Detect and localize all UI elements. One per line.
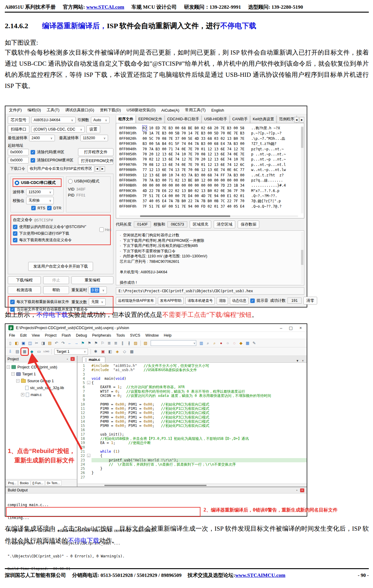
toolbar-icon[interactable]: ⚐ bbox=[100, 340, 106, 346]
toolbar-icon[interactable]: → bbox=[73, 340, 79, 346]
tab-scroll-left-icon[interactable]: ◀ bbox=[95, 166, 100, 172]
min-baud-select[interactable]: 2400∨ bbox=[29, 135, 55, 141]
help-button[interactable]: 帮助 bbox=[43, 286, 69, 294]
menu-item[interactable]: Peripherals bbox=[92, 333, 111, 338]
build-toolbar-icon[interactable]: ◧ bbox=[107, 349, 113, 355]
toolbar-icon[interactable]: ✂ bbox=[34, 340, 40, 346]
menu-item[interactable]: File bbox=[9, 333, 15, 338]
custom-cmd-input[interactable]: @STCISP# bbox=[34, 218, 53, 222]
usb-hid-mode-radio[interactable] bbox=[68, 179, 73, 184]
reload-target-checkbox[interactable]: ✓ bbox=[10, 300, 15, 304]
toolbar-icon[interactable]: ◫ bbox=[27, 340, 33, 346]
open-eeprom-button[interactable]: 打开EEPROM文件 bbox=[78, 157, 113, 165]
scan-port-button[interactable]: 扫描串口 bbox=[8, 125, 29, 133]
close-panel-icon[interactable]: × bbox=[300, 488, 304, 492]
toolbar-icon[interactable]: ◧ bbox=[14, 340, 20, 346]
chip-model-select[interactable]: AI8051U-34K64∨ bbox=[31, 117, 76, 123]
build-toolbar-icon[interactable]: ◈ bbox=[114, 349, 120, 355]
eeprom-addr-input[interactable]: 0x0000 bbox=[8, 157, 29, 164]
hex-vscrollbar[interactable] bbox=[301, 126, 303, 213]
menu-item[interactable]: 文件(F) bbox=[9, 107, 22, 113]
rts-checkbox[interactable]: ✓ bbox=[31, 206, 36, 210]
menu-item[interactable]: AiCube(A) bbox=[161, 108, 179, 112]
pin-icon[interactable]: ▪ bbox=[65, 357, 69, 361]
panel-tab[interactable]: Books bbox=[18, 480, 30, 486]
chip-model-button[interactable]: 芯片型号 bbox=[8, 116, 29, 124]
menu-item[interactable]: 编程(O) bbox=[28, 107, 41, 113]
settings-button[interactable]: 设置 bbox=[86, 125, 100, 133]
collapse-icon[interactable]: − bbox=[7, 365, 10, 369]
build-toolbar-icon[interactable]: ◇ bbox=[122, 349, 128, 355]
hid-next-checkbox[interactable]: ✓ bbox=[13, 231, 17, 236]
toolbar-icon[interactable]: ▣ bbox=[20, 340, 26, 346]
usb-cdc-mode-radio[interactable] bbox=[15, 181, 19, 185]
isp-tab[interactable]: USB-HID助手 bbox=[202, 116, 229, 123]
toolbar-icon[interactable]: ◨ bbox=[40, 340, 46, 346]
toolbar-icon[interactable]: ⚑ bbox=[80, 340, 86, 346]
build-toolbar-icon[interactable]: ▩ bbox=[129, 349, 135, 355]
port-select[interactable]: (COM7) USB-CDC, CDC∨ bbox=[31, 126, 85, 133]
active-window-icon[interactable]: ▧ bbox=[143, 340, 149, 346]
tree-item-source-group[interactable]: − Source Group 1 bbox=[7, 377, 76, 384]
collapse-icon[interactable]: − bbox=[16, 379, 20, 382]
bottom-button[interactable]: 读取本机硬盘号 bbox=[185, 297, 215, 304]
toolbar-icon[interactable]: ▨ bbox=[133, 340, 139, 346]
send-custom-cmd-button[interactable]: 发送用户自定义命令并开始下载 bbox=[28, 262, 93, 271]
menu-item[interactable]: Tools bbox=[116, 333, 125, 338]
toolbar-icon[interactable]: ⚑ bbox=[86, 340, 92, 346]
toolbar-icon[interactable]: ⚑ bbox=[93, 340, 99, 346]
repeat-program-button[interactable]: 重复编程 bbox=[71, 276, 113, 284]
menu-item[interactable]: 工具(T) bbox=[47, 107, 59, 113]
build-toolbar-icon[interactable]: ▤ bbox=[14, 349, 20, 355]
tab-download-password[interactable]: 下载口令 bbox=[8, 165, 28, 172]
panel-tab[interactable]: 0+ Tem... bbox=[45, 480, 61, 486]
pins-select[interactable]: Auto∨ bbox=[91, 117, 110, 123]
tabbar-scroll-right-icon[interactable]: ▶ bbox=[299, 117, 304, 122]
download-program-button[interactable]: 下载/编程 bbox=[8, 276, 41, 284]
menu-item[interactable]: View bbox=[32, 333, 40, 338]
pin-icon[interactable]: ▪ bbox=[295, 488, 299, 492]
target-select[interactable]: Target 1∨ bbox=[54, 349, 88, 355]
menu-item[interactable]: Project bbox=[45, 333, 57, 338]
toolbar-icon[interactable]: ≣ bbox=[113, 340, 119, 346]
menu-item[interactable]: Flash bbox=[62, 333, 71, 338]
parity-select[interactable]: 无校验∨ bbox=[26, 197, 54, 204]
code-editor[interactable]: 1#include "ai8051u.h" //头文件不分大小写，但关键字分大小… bbox=[77, 363, 307, 484]
reset-count-button[interactable]: 清零 bbox=[303, 297, 317, 304]
baud-select[interactable]: 115200∨ bbox=[26, 189, 54, 195]
tab-close-icon[interactable]: × bbox=[302, 359, 304, 362]
bottom-button[interactable]: 动态信息 bbox=[230, 297, 248, 304]
tab-list-icon[interactable]: ▼ bbox=[296, 359, 299, 362]
menu-item[interactable]: 调试仿真接口(G) bbox=[65, 107, 94, 113]
bottom-button[interactable]: 清除 bbox=[217, 297, 228, 304]
maximize-icon[interactable]: ▢ bbox=[289, 326, 293, 330]
dtr-checkbox[interactable]: ✓ bbox=[47, 206, 52, 210]
search-combobox[interactable]: ∨ bbox=[151, 340, 196, 346]
build-toolbar-icon[interactable]: ▦ bbox=[22, 349, 28, 355]
toolbar-icon[interactable]: ▦ bbox=[245, 340, 251, 346]
isp-tab[interactable]: CAN助手 bbox=[230, 116, 250, 123]
clear-eeprom-checkbox[interactable]: ✓ bbox=[31, 158, 35, 163]
collapse-icon[interactable]: − bbox=[11, 372, 15, 376]
toolbar-icon[interactable]: ✎ bbox=[251, 340, 257, 346]
menu-item[interactable]: 资料下载(D) bbox=[100, 107, 121, 113]
build-toolbar-icon[interactable]: ◆ bbox=[29, 349, 35, 355]
editor-tab-main-c[interactable]: ▯ main.c bbox=[82, 357, 105, 362]
stcaimcu-link[interactable]: www.STCAIMCU.com bbox=[235, 572, 285, 578]
isp-tab[interactable]: EEPROM文件 bbox=[136, 116, 164, 123]
repeat-times-select[interactable]: 无限∨ bbox=[89, 298, 106, 306]
menu-item[interactable]: 常用工具(T) bbox=[185, 107, 206, 113]
bottom-button[interactable]: 远程现场升级APP发布 bbox=[116, 297, 156, 304]
expand-icon[interactable]: + bbox=[21, 393, 24, 396]
toolbar-icon[interactable]: ← bbox=[67, 340, 73, 346]
isp-tab[interactable]: Keil仿真设置 bbox=[250, 116, 276, 123]
isp-tab[interactable]: 程序文件 bbox=[116, 116, 136, 123]
open-program-button[interactable]: 打开程序文件 bbox=[78, 148, 113, 156]
stop-button[interactable]: 停止 bbox=[43, 276, 69, 284]
menu-item[interactable]: SVCS bbox=[130, 333, 140, 338]
tree-item-target[interactable]: − Target 1 bbox=[7, 370, 76, 377]
repeat-delay-select[interactable]: 3 秒∨ bbox=[88, 286, 107, 294]
minimize-icon[interactable]: – bbox=[280, 326, 282, 330]
build-toolbar-icon[interactable]: ▣ bbox=[100, 349, 106, 355]
code-addr-input[interactable]: 0x0000 bbox=[8, 149, 29, 155]
